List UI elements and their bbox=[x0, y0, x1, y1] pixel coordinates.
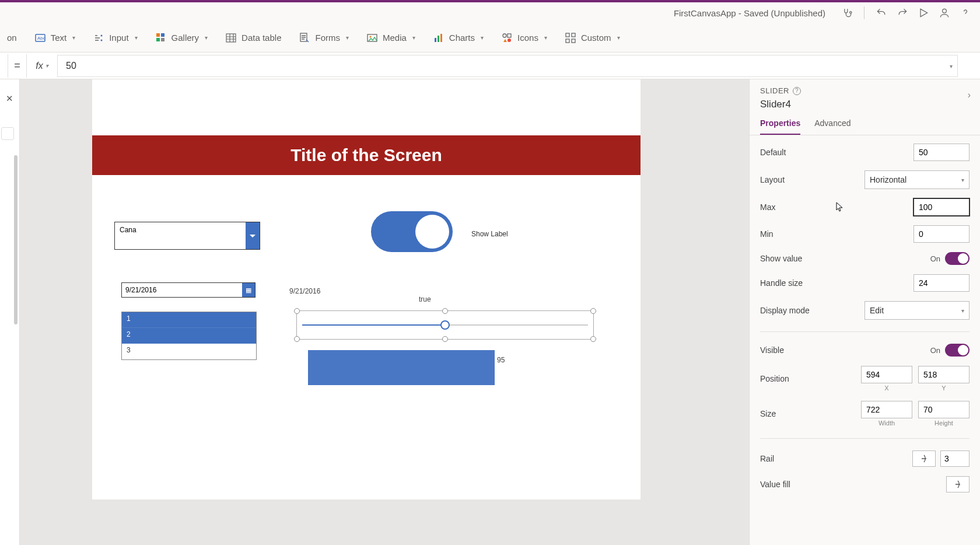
resize-handle[interactable] bbox=[442, 336, 448, 342]
show-label-text: Show Label bbox=[471, 230, 508, 238]
chevron-down-icon: ▾ bbox=[961, 308, 964, 314]
dropdown-value: Cana bbox=[115, 222, 246, 249]
formula-input[interactable]: 50 ▾ bbox=[57, 55, 958, 77]
control-name[interactable]: Slider4 bbox=[760, 99, 970, 110]
dropdown-chevron-icon[interactable] bbox=[246, 222, 260, 249]
resize-handle[interactable] bbox=[590, 336, 596, 342]
ribbon-text[interactable]: Abc Text▾ bbox=[32, 29, 78, 47]
tab-properties[interactable]: Properties bbox=[760, 118, 800, 135]
screen-thumbnail[interactable] bbox=[1, 127, 14, 140]
ribbon-datatable[interactable]: Data table bbox=[223, 29, 284, 47]
pos-y-input[interactable] bbox=[918, 366, 970, 383]
redo-icon[interactable] bbox=[896, 6, 909, 19]
size-w-input[interactable] bbox=[861, 401, 912, 418]
prop-row-size: Size Width Height bbox=[760, 401, 970, 427]
main-area: ✕ Title of the Screen Cana Show Label 9/… bbox=[0, 79, 980, 545]
help-icon[interactable]: ? bbox=[793, 87, 801, 95]
chevron-down-icon: ▾ bbox=[481, 34, 484, 41]
svg-rect-6 bbox=[161, 33, 164, 37]
screen-title-label[interactable]: Title of the Screen bbox=[92, 135, 640, 175]
svg-rect-14 bbox=[438, 36, 439, 42]
listbox-control[interactable]: 1 2 3 bbox=[121, 312, 257, 360]
max-input[interactable] bbox=[914, 198, 970, 216]
ribbon-icons[interactable]: Icons▾ bbox=[499, 29, 550, 47]
svg-text:Abc: Abc bbox=[37, 36, 46, 41]
ribbon-media[interactable]: Media▾ bbox=[364, 29, 418, 47]
ribbon-charts[interactable]: Charts▾ bbox=[430, 29, 486, 47]
rail-color-swatch[interactable] bbox=[912, 450, 936, 467]
dropdown-control[interactable]: Cana bbox=[114, 222, 260, 250]
resize-handle[interactable] bbox=[294, 308, 300, 314]
divider bbox=[760, 331, 970, 332]
prop-row-visible: Visible On bbox=[760, 344, 970, 357]
charts-icon bbox=[433, 32, 444, 44]
control-type-label: SLIDER ? bbox=[760, 86, 970, 95]
list-item[interactable]: 2 bbox=[122, 328, 256, 344]
toggle-control[interactable] bbox=[371, 211, 453, 252]
fx-button[interactable]: fx▾ bbox=[27, 54, 57, 78]
canvas-viewport: Title of the Screen Cana Show Label 9/21… bbox=[20, 79, 749, 545]
scrollbar[interactable] bbox=[14, 155, 18, 324]
list-item[interactable]: 1 bbox=[122, 312, 256, 328]
app-title: FirstCanvasApp - Saved (Unpublished) bbox=[674, 8, 825, 18]
svg-point-4 bbox=[101, 39, 103, 41]
value-label-95: 95 bbox=[497, 356, 505, 364]
ribbon-input[interactable]: Input▾ bbox=[90, 29, 139, 47]
tab-advanced[interactable]: Advanced bbox=[814, 118, 850, 135]
svg-rect-21 bbox=[566, 39, 569, 43]
help-icon[interactable] bbox=[959, 6, 972, 19]
displaymode-select[interactable]: Edit ▾ bbox=[864, 301, 970, 320]
visible-toggle[interactable] bbox=[945, 344, 970, 357]
equals-label: = bbox=[8, 54, 27, 78]
slider-fill bbox=[302, 324, 445, 326]
ribbon-toolbar: on Abc Text▾ Input▾ Gallery▾ Data table … bbox=[0, 23, 980, 53]
prop-row-default: Default bbox=[760, 144, 970, 161]
expand-formula-icon[interactable]: ▾ bbox=[950, 62, 953, 69]
chevron-down-icon: ▾ bbox=[412, 34, 415, 41]
user-icon[interactable] bbox=[938, 6, 951, 19]
input-icon bbox=[93, 32, 104, 44]
property-selector[interactable] bbox=[0, 54, 8, 78]
handlesize-input[interactable] bbox=[914, 274, 970, 292]
expand-panel-icon[interactable]: › bbox=[968, 90, 971, 100]
close-panel-icon[interactable]: ✕ bbox=[6, 93, 13, 104]
play-icon[interactable] bbox=[917, 6, 930, 19]
chevron-down-icon: ▾ bbox=[135, 34, 138, 41]
design-canvas[interactable]: Title of the Screen Cana Show Label 9/21… bbox=[92, 79, 640, 499]
list-item[interactable]: 3 bbox=[122, 344, 256, 359]
ribbon-forms[interactable]: Forms▾ bbox=[296, 29, 351, 47]
size-h-input[interactable] bbox=[918, 401, 970, 418]
pos-x-input[interactable] bbox=[861, 366, 912, 383]
min-input[interactable] bbox=[914, 225, 970, 243]
resize-handle[interactable] bbox=[442, 308, 448, 314]
properties-panel: SLIDER ? › Slider4 Properties Advanced D… bbox=[749, 79, 980, 545]
prop-row-displaymode: Display mode Edit ▾ bbox=[760, 301, 970, 320]
svg-point-16 bbox=[503, 34, 506, 37]
forms-icon bbox=[299, 32, 310, 44]
valuefill-color-swatch[interactable] bbox=[946, 476, 970, 492]
ribbon-custom[interactable]: Custom▾ bbox=[562, 29, 622, 47]
resize-handle[interactable] bbox=[590, 308, 596, 314]
media-icon bbox=[366, 32, 378, 44]
rail-border-input[interactable] bbox=[940, 450, 970, 467]
separator bbox=[864, 6, 864, 19]
chevron-down-icon: ▾ bbox=[544, 34, 547, 41]
date-picker[interactable]: 9/21/2016 ▦ bbox=[121, 282, 256, 298]
slider-handle[interactable] bbox=[440, 320, 450, 330]
showvalue-toggle[interactable] bbox=[945, 252, 970, 265]
table-icon bbox=[225, 32, 237, 44]
calendar-icon[interactable]: ▦ bbox=[242, 283, 255, 297]
layout-select[interactable]: Horizontal ▾ bbox=[864, 170, 970, 189]
svg-rect-9 bbox=[226, 34, 236, 42]
rectangle-control[interactable] bbox=[308, 350, 495, 385]
chevron-down-icon: ▾ bbox=[961, 177, 964, 183]
ribbon-gallery[interactable]: Gallery▾ bbox=[153, 29, 211, 47]
svg-rect-17 bbox=[508, 34, 511, 37]
resize-handle[interactable] bbox=[294, 336, 300, 342]
default-input[interactable] bbox=[914, 144, 970, 161]
undo-icon[interactable] bbox=[875, 6, 888, 19]
health-icon[interactable] bbox=[841, 6, 853, 19]
divider bbox=[760, 438, 970, 439]
ribbon-partial-item[interactable]: on bbox=[5, 29, 19, 46]
gallery-icon bbox=[155, 32, 167, 44]
